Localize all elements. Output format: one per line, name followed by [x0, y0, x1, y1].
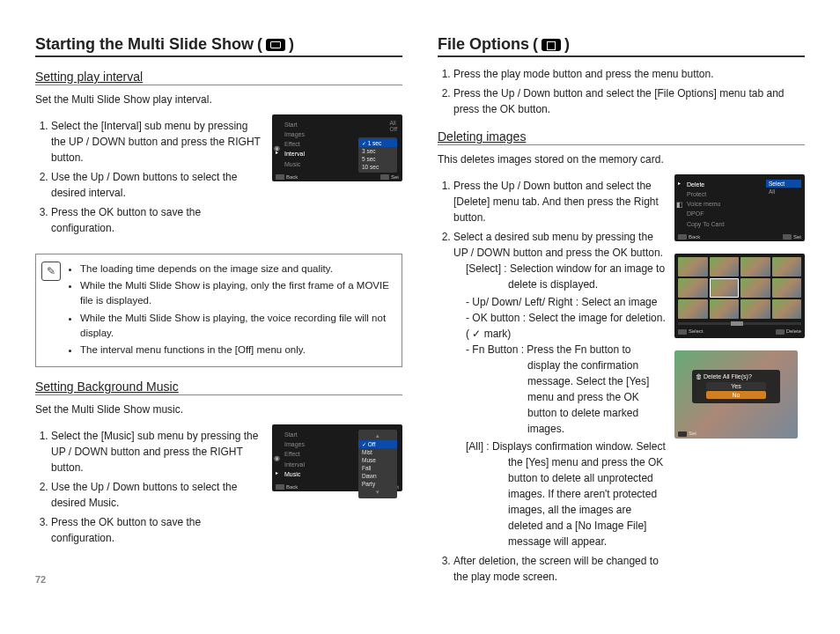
thumb: [741, 299, 770, 319]
delete-step-3: After deletion, the screen will be chang…: [453, 553, 666, 585]
trash-icon: 🗑: [696, 373, 702, 380]
section-play-interval: Setting play interval: [35, 70, 402, 85]
delete-submenu: Select All: [766, 180, 801, 195]
thumb: [741, 278, 770, 298]
note-item: While the Multi Slide Show is playing, t…: [80, 311, 393, 342]
menu-item: DPOF: [687, 209, 801, 218]
footer-select: Select: [678, 328, 704, 334]
submenu-item: 5 sec: [358, 155, 397, 163]
file-options-icon: [542, 39, 561, 51]
all-description: [All] : Displays confirmation window. Se…: [466, 439, 666, 549]
note-item: The interval menu functions in the [Off]…: [80, 343, 393, 358]
thumb: [741, 257, 770, 276]
select-sub-nav: - Up/ Down/ Left/ Right : Select an imag…: [466, 294, 666, 310]
check-icon: ✓: [472, 328, 481, 340]
submenu-item: Dawn: [358, 472, 397, 480]
thumb-selected: [710, 278, 740, 298]
thumb: [772, 299, 802, 319]
submenu-item: 10 sec: [358, 163, 397, 171]
interval-intro: Set the Multi Slide Show play interval.: [35, 92, 402, 107]
music-step-3: Press the OK button to save the configur…: [51, 514, 263, 546]
left-title: Starting the Multi Slide Show ( ): [35, 35, 402, 57]
menu-item: Voice memo: [687, 199, 801, 209]
menu-item: Start: [284, 120, 399, 129]
footer-delete: Delete: [776, 328, 801, 334]
deleting-intro: This deletes images stored on the memory…: [438, 152, 805, 167]
menu-item: Copy To Card: [687, 219, 801, 229]
thumb: [710, 257, 740, 276]
submenu-item-selected: Off: [358, 440, 397, 448]
select-sub-fn: - Fn Button : Press the Fn button to dis…: [466, 342, 666, 437]
confirm-title: Delete All File(s)?: [704, 373, 752, 380]
confirm-yes: Yes: [706, 382, 766, 390]
music-step-2: Use the Up / Down buttons to select the …: [51, 479, 263, 511]
select-sub-ok: - OK button : Select the image for delet…: [466, 310, 666, 342]
submenu-item-selected: Select: [766, 180, 801, 188]
select-description: [Select] : Selection window for an image…: [466, 261, 666, 292]
submenu-item: Mist: [358, 448, 397, 456]
submenu-item: Muse: [358, 456, 397, 464]
left-column: Starting the Multi Slide Show ( ) Settin…: [35, 35, 402, 592]
file-menu-icon: ◧: [676, 201, 683, 209]
confirm-no-selected: No: [706, 391, 766, 399]
music-screenshot: ◉ Start Images Effect Interval Music ▴ O…: [272, 424, 402, 491]
right-title: File Options ( ): [438, 35, 805, 57]
footer-back: Back: [276, 174, 298, 180]
slideshow-menu-icon: ◉: [274, 454, 280, 462]
thumb: [678, 278, 708, 298]
right-column: File Options ( ) Press the play mode but…: [438, 35, 805, 592]
interval-submenu: 1 sec 3 sec 5 sec 10 sec: [358, 137, 397, 173]
music-step-1: Select the [Music] sub menu by pressing …: [51, 428, 263, 476]
submenu-item: Party: [358, 480, 397, 488]
thumbnail-grid: [678, 257, 801, 319]
left-title-text: Starting the Multi Slide Show: [35, 35, 254, 54]
thumb: [710, 299, 740, 319]
note-item: The loading time depends on the image si…: [80, 262, 393, 276]
music-row: Select the [Music] sub menu by pressing …: [35, 424, 402, 553]
interval-steps: Select the [Interval] sub menu by pressi…: [51, 118, 263, 236]
music-intro: Set the Multi Slide Show music.: [35, 402, 402, 417]
footer-set: Set: [678, 431, 696, 436]
delete-steps: Press the Up / Down button and select th…: [453, 178, 666, 585]
interval-step-3: Press the OK button to save the configur…: [51, 204, 263, 236]
delete-step-1: Press the Up / Down button and select th…: [453, 178, 666, 225]
page-number: 72: [35, 574, 402, 585]
file-options-intro-steps: Press the play mode button and press the…: [453, 66, 805, 117]
submenu-item: All: [766, 188, 801, 195]
thumb: [678, 299, 708, 319]
interval-step-1: Select the [Interval] sub menu by pressi…: [51, 118, 263, 166]
section-deleting-images: Deleting images: [438, 129, 805, 145]
footer-back: Back: [276, 484, 298, 490]
interval-notes: ✎ The loading time depends on the image …: [35, 254, 402, 368]
submenu-item: Fall: [358, 464, 397, 472]
music-submenu: ▴ Off Mist Muse Fall Dawn Party ▾: [358, 430, 397, 498]
footer-set: Set: [783, 234, 801, 240]
scroll-up-icon: ▴: [358, 431, 397, 440]
menu-right-hints: All Off: [389, 120, 397, 132]
submenu-item-selected: 1 sec: [358, 139, 397, 147]
note-icon: ✎: [41, 262, 61, 281]
manual-page: Starting the Multi Slide Show ( ) Settin…: [35, 35, 805, 592]
note-item: While the Multi Slide Show is playing, o…: [80, 278, 393, 309]
footer-set: Set: [380, 174, 399, 180]
interval-row: Select the [Interval] sub menu by pressi…: [35, 114, 402, 243]
submenu-item: 3 sec: [358, 147, 397, 155]
delete-confirm-screenshot: 🗑 Delete All File(s)? Yes No Set: [674, 350, 798, 439]
delete-menu-screenshot: ◧ Delete Protect Voice memo DPOF Copy To…: [674, 174, 805, 241]
intro-step-2: Press the Up / Down button and select th…: [453, 85, 805, 117]
music-steps: Select the [Music] sub menu by pressing …: [51, 428, 263, 546]
scroll-bar: [678, 322, 801, 325]
thumb: [678, 257, 708, 276]
confirm-dialog: 🗑 Delete All File(s)? Yes No: [692, 370, 780, 403]
delete-row-1: Press the Up / Down button and select th…: [438, 174, 805, 592]
scroll-down-icon: ▾: [358, 488, 397, 497]
delete-step-2: Select a desired sub menu by pressing th…: [453, 229, 666, 549]
thumb: [772, 278, 802, 298]
slideshow-icon: [266, 39, 285, 51]
thumb: [772, 257, 802, 276]
intro-step-1: Press the play mode button and press the…: [453, 66, 805, 82]
thumbnail-grid-screenshot: Select Delete: [674, 254, 805, 337]
right-title-text: File Options: [438, 35, 529, 54]
interval-screenshot: ◉ Start Images Effect Interval Music All…: [272, 114, 402, 181]
footer-back: Back: [678, 234, 700, 240]
